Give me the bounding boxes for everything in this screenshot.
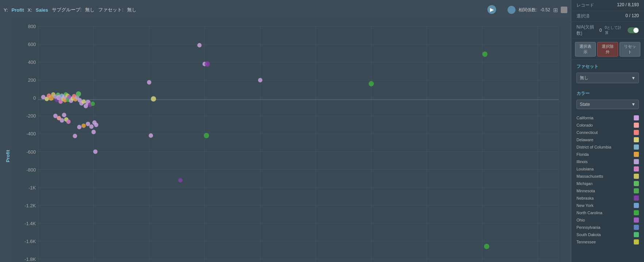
records-row: レコード 120 / 8,193	[571, 0, 644, 11]
svg-point-111	[484, 244, 489, 249]
color-legend-item: Minnesota	[571, 187, 644, 194]
color-swatch	[634, 181, 639, 186]
svg-point-93	[73, 134, 77, 138]
svg-text:800: 800	[28, 24, 36, 29]
svg-point-103	[197, 43, 202, 47]
color-swatch	[634, 145, 639, 150]
color-legend-item: Pennsylvania	[571, 224, 644, 231]
y-prefix: Y:	[4, 7, 8, 13]
show-selected-button[interactable]: 選択表示	[575, 42, 596, 57]
color-legend-label: Colorado	[576, 123, 593, 127]
color-swatch	[634, 115, 639, 120]
color-legend-item: New York	[571, 202, 644, 209]
color-legend-label: Ohio	[576, 218, 585, 222]
color-legend-item: California	[571, 114, 644, 122]
color-swatch	[634, 210, 639, 215]
records-label: レコード	[576, 2, 594, 8]
color-swatch	[634, 137, 639, 142]
svg-point-107	[178, 178, 183, 182]
svg-point-94	[77, 125, 81, 129]
color-swatch	[634, 152, 639, 157]
color-legend-label: Florida	[576, 152, 589, 157]
svg-point-105	[205, 61, 210, 67]
color-legend-item: Illinois	[571, 158, 644, 165]
na-calc-label: 0として計算	[605, 25, 625, 35]
color-legend-label: Connecticut	[576, 130, 598, 135]
top-bar: Y: Profit X: Sales サブグループ: 無し ファセット: 無し …	[4, 4, 567, 18]
selected-label: 選択済	[576, 13, 590, 19]
na-label: N/A(欠損数)	[576, 24, 599, 36]
subgroup-value[interactable]: 無し	[85, 7, 95, 13]
y-field: Profit	[12, 7, 24, 13]
color-swatch	[634, 225, 639, 230]
color-swatch	[634, 123, 639, 128]
color-legend-item: Florida	[571, 151, 644, 158]
svg-text:400: 400	[28, 59, 36, 65]
color-legend-label: Illinois	[576, 159, 588, 164]
color-legend-item: Delaware	[571, 136, 644, 143]
reset-button[interactable]: リセット	[620, 42, 640, 57]
color-swatch	[634, 203, 639, 208]
color-legend-item: North Carolina	[571, 209, 644, 216]
color-dropdown-row: State ▼	[571, 98, 644, 113]
color-legend-item: Ohio	[571, 216, 644, 224]
svg-text:600: 600	[28, 42, 36, 47]
color-dropdown[interactable]: State ▼	[576, 100, 639, 109]
svg-text:-1.4K: -1.4K	[24, 220, 36, 226]
color-legend: California Colorado Connecticut Delaware…	[571, 113, 644, 247]
color-legend-item: Massachusetts	[571, 173, 644, 180]
na-count: 0	[599, 28, 602, 33]
correlation-value: -0.52	[540, 7, 550, 12]
svg-text:-200: -200	[26, 113, 36, 119]
color-legend-label: Minnesota	[576, 189, 595, 193]
svg-point-109	[369, 81, 374, 86]
color-swatch	[634, 159, 639, 164]
color-swatch	[634, 217, 639, 223]
color-swatch	[634, 130, 639, 135]
svg-point-84	[91, 101, 95, 106]
color-swatch	[634, 166, 639, 172]
color-legend-label: Louisiana	[576, 167, 594, 171]
action-buttons: 選択表示 選択除外 リセット	[571, 39, 644, 60]
color-legend-label: New York	[576, 203, 593, 208]
expand-panel-button[interactable]: ▶	[487, 5, 496, 14]
svg-point-80	[81, 99, 86, 104]
selected-value: 0 / 120	[625, 13, 639, 19]
correlation-icon	[507, 6, 515, 14]
subgroup-label: サブグループ:	[52, 7, 82, 13]
color-legend-label: South Dakota	[576, 232, 601, 237]
color-legend-item: Tennessee	[571, 238, 644, 246]
svg-point-102	[149, 133, 153, 138]
na-values: 0 0として計算	[599, 25, 639, 35]
color-legend-item: South Dakota	[571, 231, 644, 238]
color-legend-item: Michigan	[571, 180, 644, 187]
grid-icon[interactable]: ⊞	[553, 7, 558, 14]
color-swatch	[634, 196, 639, 201]
svg-point-92	[66, 119, 71, 124]
svg-point-86	[94, 123, 99, 127]
facet-value[interactable]: 無し	[127, 7, 137, 13]
color-legend-label: District of Columbia	[576, 145, 611, 149]
deselect-button[interactable]: 選択除外	[597, 42, 618, 57]
svg-point-100	[147, 80, 152, 85]
svg-text:-1K: -1K	[28, 185, 36, 190]
color-legend-label: Michigan	[576, 181, 593, 186]
na-toggle[interactable]	[628, 27, 639, 33]
x-prefix: X:	[28, 7, 32, 13]
color-legend-label: California	[576, 116, 593, 120]
color-legend-item: Louisiana	[571, 165, 644, 173]
svg-text:-1.6K: -1.6K	[24, 238, 36, 244]
palette-icon[interactable]	[561, 7, 567, 13]
facet-dropdown[interactable]: 無し ▼	[576, 73, 639, 83]
color-legend-label: Nebraska	[576, 196, 594, 200]
color-swatch	[634, 239, 639, 244]
color-legend-label: Delaware	[576, 138, 593, 142]
selected-row: 選択済 0 / 120	[571, 11, 644, 22]
svg-point-89	[60, 118, 64, 123]
svg-point-77	[76, 91, 81, 97]
right-panel: レコード 120 / 8,193 選択済 0 / 120 N/A(欠損数) 0 …	[571, 0, 644, 262]
color-legend-item: Colorado	[571, 122, 644, 129]
color-legend-item: Nebraska	[571, 194, 644, 202]
y-axis-label: Profit	[4, 18, 12, 262]
svg-point-98	[91, 130, 96, 134]
